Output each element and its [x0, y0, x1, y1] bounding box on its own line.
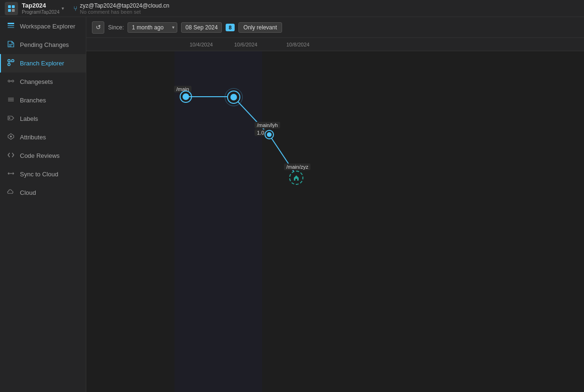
- sidebar-item-pending-changes[interactable]: Pending Changes: [0, 36, 86, 54]
- since-wrapper: 1 month ago 3 months ago 6 months ago 1 …: [128, 22, 177, 33]
- branches-icon: [7, 96, 15, 105]
- lyh-label: /main/lyh: [255, 122, 280, 128]
- since-select[interactable]: 1 month ago 3 months ago 6 months ago 1 …: [128, 22, 177, 33]
- sidebar-label-sync-to-cloud: Sync to Cloud: [20, 171, 58, 178]
- sidebar-label-workspace-explorer: Workspace Explorer: [20, 23, 75, 30]
- main-node-1[interactable]: [180, 91, 192, 103]
- graph-svg: [86, 51, 584, 392]
- sidebar-label-changesets: Changesets: [20, 78, 53, 85]
- main-node-2[interactable]: [227, 91, 240, 104]
- sync-to-cloud-icon: [7, 170, 15, 179]
- lyh-node[interactable]: [265, 130, 274, 139]
- cloud-icon: [7, 188, 15, 197]
- sidebar-item-workspace-explorer[interactable]: Workspace Explorer: [0, 17, 86, 36]
- app-name: Tap2024: [22, 2, 60, 9]
- toolbar: ↺ Since: 1 month ago 3 months ago 6 mont…: [86, 17, 584, 38]
- sidebar-label-code-reviews: Code Reviews: [20, 152, 60, 159]
- svg-point-13: [12, 80, 14, 82]
- timeline-header: 10/4/2024 10/6/2024 10/8/2024: [86, 38, 584, 51]
- sidebar-label-attributes: Attributes: [20, 134, 46, 141]
- svg-rect-1: [12, 5, 15, 8]
- app-info: Tap2024 Program\Tap2024: [22, 2, 60, 15]
- sidebar-item-cloud[interactable]: Cloud: [0, 183, 86, 202]
- zyz-node[interactable]: [289, 171, 303, 185]
- zyz-label: /main/zyz: [284, 164, 310, 170]
- date-value: 08 Sep 2024: [181, 22, 222, 33]
- code-reviews-icon: [7, 151, 15, 160]
- sidebar-label-branches: Branches: [20, 97, 46, 104]
- branch-explorer-icon: [7, 59, 15, 68]
- svg-point-10: [12, 60, 14, 62]
- sidebar-item-branches[interactable]: Branches: [0, 91, 86, 109]
- timeline-date-3: 10/8/2024: [286, 42, 310, 47]
- changesets-icon: [7, 77, 15, 86]
- sidebar-item-branch-explorer[interactable]: Branch Explorer: [0, 54, 86, 73]
- svg-rect-3: [12, 9, 15, 12]
- svg-rect-4: [8, 23, 14, 24]
- sidebar-label-cloud: Cloud: [20, 189, 36, 196]
- svg-point-20: [10, 136, 12, 137]
- refresh-icon: ↺: [96, 24, 101, 31]
- only-relevant-button[interactable]: Only relevant: [238, 22, 283, 33]
- sidebar: Workspace Explorer Pending Changes: [0, 17, 86, 392]
- since-label: Since:: [108, 24, 124, 31]
- content-area: ↺ Since: 1 month ago 3 months ago 6 mont…: [86, 17, 584, 392]
- titlebar: Tap2024 Program\Tap2024 ▾ ⑂ zyz@Tap2024@…: [0, 0, 584, 17]
- sidebar-item-changesets[interactable]: Changesets: [0, 73, 86, 91]
- refresh-button[interactable]: ↺: [92, 21, 104, 34]
- branch-info: zyz@Tap2024@tap2024@cloud.cn No comment …: [80, 2, 170, 15]
- svg-rect-2: [8, 9, 11, 12]
- svg-point-18: [9, 118, 10, 119]
- graph-canvas: /main: [86, 51, 584, 392]
- sidebar-item-sync-to-cloud[interactable]: Sync to Cloud: [0, 165, 86, 183]
- svg-rect-5: [8, 25, 14, 26]
- labels-icon: [7, 114, 15, 123]
- app-chevron-icon[interactable]: ▾: [62, 6, 64, 11]
- sidebar-item-labels[interactable]: Labels: [0, 109, 86, 128]
- svg-rect-0: [8, 5, 11, 8]
- app-path: Program\Tap2024: [22, 9, 60, 15]
- main-layout: Workspace Explorer Pending Changes: [0, 17, 584, 392]
- count-badge: 8: [226, 24, 234, 31]
- svg-point-9: [8, 60, 10, 62]
- branch-comment: No comment has been set: [80, 9, 170, 15]
- timeline-date-2: 10/6/2024: [234, 42, 257, 47]
- svg-point-11: [8, 64, 10, 66]
- sidebar-item-attributes[interactable]: Attributes: [0, 128, 86, 146]
- zyz-branch: /main/zyz: [284, 163, 310, 170]
- branch-user: zyz@Tap2024@tap2024@cloud.cn: [80, 2, 170, 9]
- branch-header: ⑂ zyz@Tap2024@tap2024@cloud.cn No commen…: [73, 2, 170, 15]
- timeline-date-1: 10/4/2024: [190, 42, 213, 47]
- explorer-area: 10/4/2024 10/6/2024 10/8/2024: [86, 38, 584, 392]
- branch-icon: ⑂: [73, 5, 77, 12]
- app-logo: [5, 2, 18, 15]
- svg-point-12: [8, 80, 10, 82]
- pending-changes-icon: [7, 40, 15, 49]
- sidebar-label-branch-explorer: Branch Explorer: [20, 60, 64, 67]
- sidebar-label-pending-changes: Pending Changes: [20, 41, 69, 48]
- attributes-icon: [7, 133, 15, 142]
- workspace-explorer-icon: [7, 22, 15, 31]
- sidebar-label-labels: Labels: [20, 115, 38, 122]
- svg-rect-6: [8, 27, 14, 28]
- sidebar-item-code-reviews[interactable]: Code Reviews: [0, 146, 86, 165]
